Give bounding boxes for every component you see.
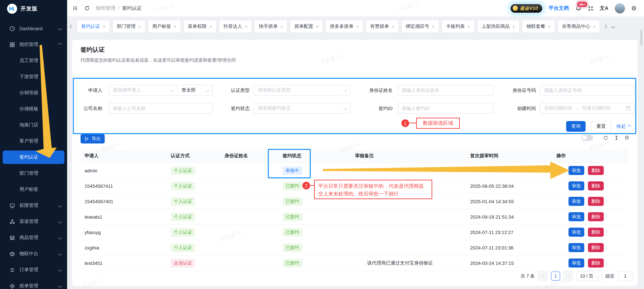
table-refresh-icon[interactable] <box>603 135 608 140</box>
sidebar-item-downstream[interactable]: 下游管理 <box>0 70 67 83</box>
close-icon[interactable]: × <box>103 24 106 29</box>
auth-tag: 个人认证 <box>171 166 195 175</box>
platform-docs-link[interactable]: 平台文档 <box>549 5 569 11</box>
close-icon[interactable]: × <box>209 24 212 29</box>
row-height-icon[interactable] <box>614 135 619 140</box>
export-button[interactable]: 导出 <box>80 134 105 143</box>
close-icon[interactable]: × <box>174 24 176 29</box>
close-icon[interactable]: × <box>356 24 359 29</box>
close-icon[interactable]: × <box>316 24 319 29</box>
translate-icon[interactable]: 文A <box>600 5 608 11</box>
table-settings-icon[interactable]: ⚙ <box>624 135 629 140</box>
sidebar-item-distribution-level[interactable]: 分销等级 <box>0 86 67 100</box>
tab-youzan[interactable]: 有赞抓单× <box>366 20 398 32</box>
tab-bind[interactable]: 绑定感叹号× <box>402 20 438 32</box>
vip-badge[interactable]: 超会V10 <box>510 4 542 12</box>
tab-douyin[interactable]: 抖音达人× <box>219 20 252 32</box>
approve-button[interactable]: 审批 <box>568 228 584 237</box>
collapse-filters-link[interactable]: 收起 <box>616 123 630 129</box>
sidebar-item-capture[interactable]: 抓单管理 <box>0 279 67 289</box>
delete-button[interactable]: 删除 <box>588 243 604 252</box>
company-input[interactable] <box>109 103 213 114</box>
breadcrumb-section[interactable]: 组织管理 <box>96 5 116 11</box>
delete-button[interactable]: 删除 <box>588 228 604 237</box>
close-icon[interactable]: × <box>512 24 515 29</box>
tab-card-list[interactable]: 卡板列表× <box>442 20 474 32</box>
refresh-icon[interactable] <box>84 5 90 11</box>
sidebar-item-channel[interactable]: 渠道管理 <box>0 215 67 228</box>
delete-button[interactable]: 删除 <box>588 166 604 175</box>
current-page-button[interactable]: 1 <box>551 272 560 281</box>
next-page-button[interactable]: › <box>564 271 573 281</box>
sidebar-item-sign-auth-active[interactable]: 签约认证 <box>3 151 64 164</box>
id-name-input[interactable] <box>398 85 494 96</box>
tabs-scroll-right[interactable] <box>603 25 608 28</box>
tabs-dropdown[interactable] <box>611 25 616 28</box>
tab-department[interactable]: 部门管理× <box>113 20 145 32</box>
scrollbar[interactable] <box>640 29 642 46</box>
date-range-picker[interactable]: 开始日期时间 → 结束日期时间 <box>540 103 634 114</box>
sidebar-item-customer[interactable]: 客户管理 <box>0 134 67 148</box>
sidebar-item-iot[interactable]: 物联中台 <box>0 247 67 261</box>
sidebar-item-org[interactable]: 组织管理 <box>0 38 67 51</box>
tab-supply-goods[interactable]: 上架供应商品× <box>478 20 519 32</box>
close-icon[interactable]: × <box>548 24 550 29</box>
auth-tag: 个人认证 <box>171 228 195 237</box>
close-icon[interactable]: × <box>468 24 470 29</box>
reset-button[interactable]: 重置 <box>591 121 611 132</box>
close-icon[interactable]: × <box>280 24 283 29</box>
sidebar-item-user-tag[interactable]: 用户标签 <box>0 183 67 196</box>
tab-sign-auth[interactable]: 签约认证× <box>77 20 110 32</box>
search-button[interactable]: 查询 <box>566 121 586 132</box>
cell-id-name <box>220 209 278 225</box>
avatar[interactable] <box>615 3 625 13</box>
id-number-input[interactable] <box>540 85 634 96</box>
tab-iot-plan[interactable]: 物联套餐× <box>522 20 554 32</box>
applicant-scope-select[interactable]: 查全部 <box>178 85 212 95</box>
close-icon[interactable]: × <box>245 24 248 29</box>
sidebar-item-commission-template[interactable]: 分佣模板 <box>0 102 67 116</box>
tab-menu-permission[interactable]: 菜单权限× <box>184 20 216 32</box>
applicant-select[interactable]: 请选择申请人 <box>109 85 178 95</box>
approve-button[interactable]: 审批 <box>568 166 584 175</box>
close-icon[interactable]: × <box>138 24 141 29</box>
fullscreen-icon[interactable] <box>588 5 593 11</box>
prev-page-button[interactable]: ‹ <box>538 271 548 281</box>
tab-goods-center[interactable]: 在售商品中心× <box>558 20 600 32</box>
tabs-scroll-left[interactable] <box>69 25 74 28</box>
approve-button[interactable]: 审批 <box>568 197 584 206</box>
sidebar-item-order[interactable]: 订单管理 <box>0 263 67 277</box>
approve-button[interactable]: 审批 <box>568 212 584 221</box>
approve-button[interactable]: 审批 <box>568 181 584 190</box>
delete-button[interactable]: 删除 <box>588 212 604 221</box>
tab-user-tag[interactable]: 用户标签× <box>148 20 180 32</box>
sidebar-item-department[interactable]: 部门管理 <box>0 167 67 180</box>
sign-id-input[interactable] <box>398 103 494 114</box>
close-icon[interactable]: × <box>392 24 394 29</box>
approve-button[interactable]: 审批 <box>568 259 584 268</box>
page-size-select[interactable]: 10 / 页 <box>576 272 602 281</box>
jump-page-input[interactable] <box>618 272 632 281</box>
toggle-switch[interactable] <box>582 135 593 141</box>
sidebar-item-employee[interactable]: 员工管理 <box>0 54 67 67</box>
menu-fold-icon[interactable] <box>72 5 78 11</box>
tab-kuaishou[interactable]: 快手抓单× <box>255 20 287 32</box>
close-icon[interactable]: × <box>593 24 596 29</box>
tab-capture-config[interactable]: 抓单配置× <box>290 20 323 32</box>
tab-pdd[interactable]: 拼多多抓单× <box>326 20 363 32</box>
delete-button[interactable]: 删除 <box>588 259 604 268</box>
close-icon[interactable]: × <box>432 24 434 29</box>
delete-button[interactable]: 删除 <box>588 197 604 206</box>
sidebar-item-ground-store[interactable]: 地推门店 <box>0 118 67 132</box>
logo[interactable]: 开发版 <box>0 0 67 17</box>
sign-status-select[interactable]: 请选择签约状态 <box>254 103 350 114</box>
sidebar-item-product[interactable]: 商品管理 <box>0 231 67 244</box>
settings-gear-icon[interactable]: ⚙ <box>631 5 636 11</box>
auth-type-select[interactable]: 请选择认证类型 <box>254 85 350 96</box>
sidebar-item-permission[interactable]: 权限管理 <box>0 199 67 212</box>
sidebar-item-dashboard[interactable]: Dashboard <box>0 22 67 35</box>
notifications-button[interactable]: 99+ <box>575 5 582 11</box>
delete-button[interactable]: 删除 <box>588 181 604 190</box>
topbar: 组织管理 / 签约认证 超会V10 平台文档 99+ 文A ⚙ <box>67 0 644 17</box>
approve-button[interactable]: 审批 <box>568 243 584 252</box>
